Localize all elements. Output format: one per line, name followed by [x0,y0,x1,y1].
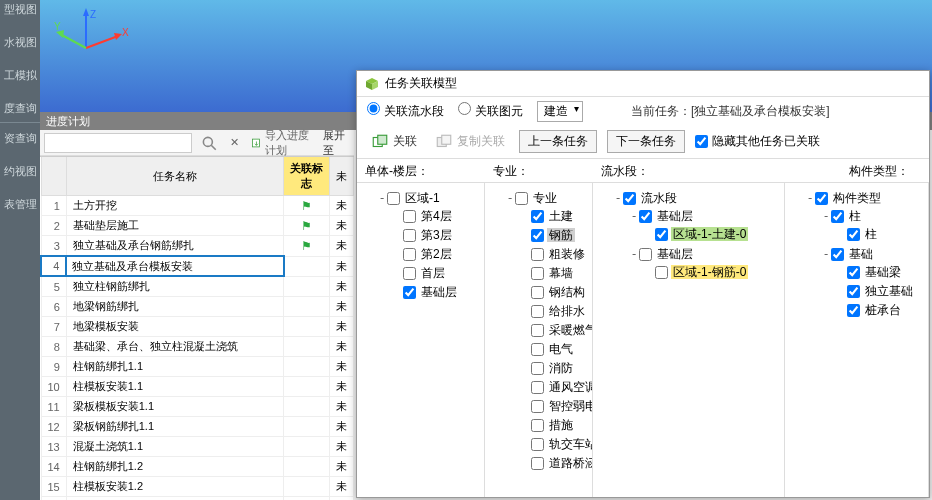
task-row[interactable]: 9柱钢筋绑扎1.1未 [41,357,354,377]
tree-item[interactable]: 基础梁 [837,263,924,282]
link-button[interactable]: 关联 [367,131,421,153]
tree-item[interactable]: 采暖燃气 [521,321,588,340]
task-row[interactable]: 14柱钢筋绑扎1.2未 [41,457,354,477]
task-row[interactable]: 16梁板模板安装1.2未 [41,497,354,501]
task-row[interactable]: 4独立基础及承台模板安装未 [41,256,354,276]
task-row[interactable]: 2基础垫层施工⚑未 [41,216,354,236]
import-plan-button[interactable]: 导入进度计划 [247,128,315,158]
tree-item[interactable]: 粗装修 [521,245,588,264]
col-task-name[interactable]: 任务名称 [66,157,283,196]
task-row[interactable]: 12梁板钢筋绑扎1.1未 [41,417,354,437]
tree-item[interactable]: 措施 [521,416,588,435]
tree-item[interactable]: 土建 [521,207,588,226]
tree-item[interactable]: 钢结构 [521,283,588,302]
tree-item[interactable]: -基础层区域-1-钢筋-0 [629,245,780,283]
cube-icon [365,77,379,91]
expand-button[interactable]: 展开至 [319,128,350,158]
axis-gizmo-icon: Z X Y [54,6,134,76]
tree-item[interactable]: 幕墙 [521,264,588,283]
col-link-flag[interactable]: 关联标志 [284,157,330,196]
rail-item[interactable]: 表管理 [0,195,40,214]
dialog-title: 任务关联模型 [385,75,457,92]
svg-text:X: X [122,27,129,38]
left-rail: 型视图 水视图 工模拟 度查询 资查询 约视图 表管理 [0,0,40,500]
col-head-flow: 流水段： [593,159,785,182]
svg-line-10 [211,145,216,150]
tree-item[interactable]: 独立基础 [837,282,924,301]
tree-item[interactable]: 钢筋 [521,226,588,245]
svg-marker-1 [83,8,89,16]
task-row[interactable]: 11梁板模板安装1.1未 [41,397,354,417]
task-row[interactable]: 3独立基础及承台钢筋绑扎⚑未 [41,236,354,257]
svg-text:Y: Y [54,21,61,32]
rail-item[interactable]: 水视图 [0,33,40,52]
col-head-building: 单体-楼层： [357,159,485,182]
tree-item[interactable]: 电气 [521,340,588,359]
tree-item[interactable]: 智控弱电 [521,397,588,416]
radio-link-element[interactable]: 关联图元 [458,102,523,120]
task-row[interactable]: 5独立柱钢筋绑扎未 [41,276,354,297]
col-head-component: 构件类型： [785,159,929,182]
current-task-label: 当前任务：[独立基础及承台模板安装] [631,103,830,120]
tree-item[interactable]: -柱柱 [821,207,924,245]
plan-toolbar: ✕ 导入进度计划 展开至 [40,130,354,156]
hide-others-checkbox[interactable]: 隐藏其他任务已关联 [695,133,820,150]
rail-item[interactable]: 约视图 [0,162,40,181]
svg-rect-18 [442,135,451,144]
build-type-combo[interactable]: 建造 [537,101,583,122]
rail-item[interactable]: 型视图 [0,0,40,19]
tree-item[interactable]: 桩承台 [837,301,924,320]
tree-item[interactable]: 消防 [521,359,588,378]
svg-rect-16 [378,135,387,144]
tree-specialty[interactable]: -专业土建钢筋粗装修幕墙钢结构给排水采暖燃气电气消防通风空调智控弱电措施轨交车站… [485,183,593,497]
col-status[interactable]: 未 [330,157,354,196]
task-row[interactable]: 7地梁模板安装未 [41,317,354,337]
rail-item[interactable]: 度查询 [0,99,40,123]
task-table: 任务名称 关联标志 未 1土方开挖⚑未2基础垫层施工⚑未3独立基础及承台钢筋绑扎… [40,156,354,500]
rail-item[interactable]: 工模拟 [0,66,40,85]
tree-item[interactable]: 区域-1-土建-0 [645,225,780,244]
tree-item[interactable]: -基础基础梁独立基础桩承台 [821,245,924,321]
next-task-button[interactable]: 下一条任务 [607,130,685,153]
tree-building[interactable]: -区域-1第4层第3层第2层首层基础层 [357,183,485,497]
tree-item[interactable]: -专业土建钢筋粗装修幕墙钢结构给排水采暖燃气电气消防通风空调智控弱电措施轨交车站… [505,189,588,474]
col-head-specialty: 专业： [485,159,593,182]
tree-item[interactable]: -流水段-基础层区域-1-土建-0-基础层区域-1-钢筋-0 [613,189,780,284]
dialog-toolbar: 关联 复制关联 上一条任务 下一条任务 隐藏其他任务已关联 [357,125,929,159]
tree-item[interactable]: 首层 [393,264,480,283]
link-model-dialog: 任务关联模型 关联流水段 关联图元 建造 当前任务：[独立基础及承台模板安装] … [356,70,930,498]
svg-line-6 [60,34,86,48]
prev-task-button[interactable]: 上一条任务 [519,130,597,153]
dialog-title-bar[interactable]: 任务关联模型 [357,71,929,97]
tree-component[interactable]: -构件类型-柱柱-基础基础梁独立基础桩承台 [785,183,929,497]
task-row[interactable]: 13混凝土浇筑1.1未 [41,437,354,457]
copy-link-button[interactable]: 复制关联 [431,131,509,153]
tree-item[interactable]: 区域-1-钢筋-0 [645,263,780,282]
tree-item[interactable]: -构件类型-柱柱-基础基础梁独立基础桩承台 [805,189,924,322]
task-row[interactable]: 10柱模板安装1.1未 [41,377,354,397]
task-row[interactable]: 6地梁钢筋绑扎未 [41,297,354,317]
tree-flow[interactable]: -流水段-基础层区域-1-土建-0-基础层区域-1-钢筋-0 [593,183,785,497]
clear-icon[interactable]: ✕ [226,136,243,149]
tree-item[interactable]: -基础层区域-1-土建-0 [629,207,780,245]
radio-link-flow[interactable]: 关联流水段 [367,102,444,120]
svg-line-3 [86,36,118,48]
tree-item[interactable]: 给排水 [521,302,588,321]
dialog-column-headers: 单体-楼层： 专业： 流水段： 构件类型： [357,159,929,183]
rail-item[interactable]: 资查询 [0,129,40,148]
svg-text:Z: Z [90,9,96,20]
search-icon[interactable] [196,134,222,152]
task-row[interactable]: 1土方开挖⚑未 [41,196,354,216]
tree-item[interactable]: 通风空调 [521,378,588,397]
task-row[interactable]: 8基础梁、承台、独立柱混凝土浇筑未 [41,337,354,357]
tree-item[interactable]: 道路桥涵 [521,454,588,473]
tree-item[interactable]: 柱 [837,225,924,244]
tree-item[interactable]: 第3层 [393,226,480,245]
tree-item[interactable]: 轨交车站 [521,435,588,454]
tree-item[interactable]: 基础层 [393,283,480,302]
tree-item[interactable]: -区域-1第4层第3层第2层首层基础层 [377,189,480,303]
search-input[interactable] [44,133,192,153]
tree-item[interactable]: 第4层 [393,207,480,226]
tree-item[interactable]: 第2层 [393,245,480,264]
task-row[interactable]: 15柱模板安装1.2未 [41,477,354,497]
